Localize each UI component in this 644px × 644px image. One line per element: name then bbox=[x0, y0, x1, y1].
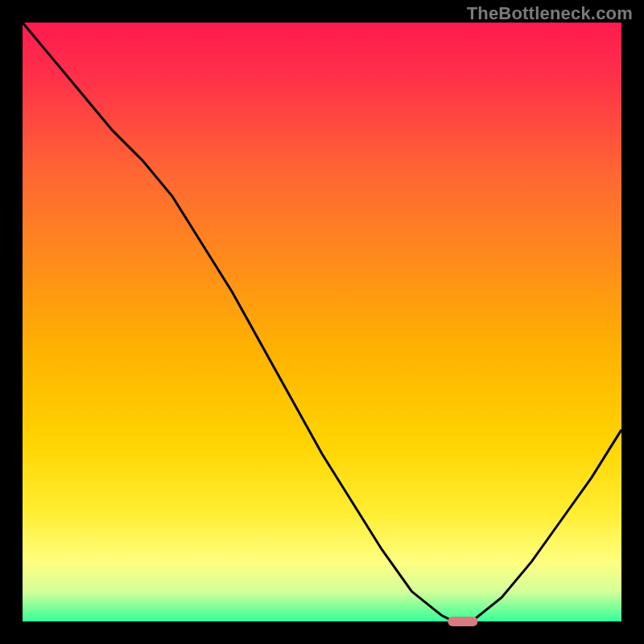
optimal-range-marker bbox=[448, 617, 477, 626]
bottleneck-chart: TheBottleneck.com bbox=[0, 0, 644, 644]
chart-gradient-background bbox=[23, 23, 621, 621]
watermark-text: TheBottleneck.com bbox=[467, 3, 633, 24]
chart-svg bbox=[0, 0, 644, 644]
